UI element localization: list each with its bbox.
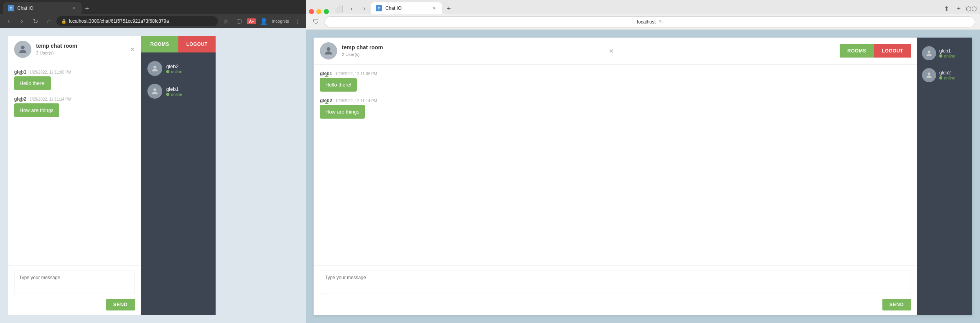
right-page-content: temp chat room 2 User(s) ✕ ROOMS LOGOUT … — [306, 30, 980, 323]
sidebar-avatar-gleb1 — [147, 84, 162, 99]
right-tl-yellow[interactable] — [316, 9, 321, 14]
send-btn-row-right: SEND — [320, 299, 911, 310]
right-status-text-gleb2: online — [944, 76, 955, 80]
right-status-dot-gleb1 — [939, 54, 942, 58]
message-bubble-right-2: How are things — [320, 105, 365, 119]
sidebar-user-gleb1[interactable]: gleb1 online — [146, 80, 211, 103]
room-users-count: 2 User(s) — [36, 51, 54, 55]
left-address-text: localhost:3000/chat/61f5751cc921a73f68fc… — [69, 18, 169, 24]
room-name-right: temp chat room — [342, 44, 383, 51]
right-reload-icon[interactable]: ↻ — [659, 19, 663, 25]
right-users-sidebar: gleb1 online gleb2 — [917, 38, 972, 315]
messages-area-right: gleb1 1/29/2022, 12:11:06 PM Hello there… — [314, 65, 917, 265]
right-sidebar-user-gleb2[interactable]: gleb2 online — [920, 64, 969, 86]
tab-title: Chat IO — [17, 5, 33, 11]
new-tab-button[interactable]: + — [82, 3, 93, 14]
right-browser-window: ⬜ ‹ › C Chat IO ✕ + ⬆ + ⬡⬡ 🛡 localhost ↻ — [306, 0, 980, 323]
sidebar-username-gleb1: gleb1 — [166, 86, 182, 92]
right-share-button[interactable]: ⬆ — [941, 3, 952, 14]
profile-button[interactable]: 👤 — [258, 16, 269, 27]
forward-button[interactable]: › — [16, 16, 27, 27]
messages-area-left: gleb1 1/29/2022, 12:11:06 PM Hello there… — [8, 63, 141, 265]
left-page-content: temp chat room 2 User(s) ✕ gleb1 1/29/20… — [0, 28, 306, 323]
active-tab[interactable]: C Chat IO ✕ — [3, 2, 82, 14]
room-users-count-right: 2 User(s) — [342, 52, 359, 57]
logout-button-left[interactable]: LOGOUT — [178, 36, 216, 52]
chat-input-area-right: SEND — [314, 265, 917, 315]
refresh-button[interactable]: ↻ — [30, 16, 41, 27]
send-button-right[interactable]: SEND — [882, 299, 911, 310]
menu-button[interactable]: ⋮ — [292, 16, 303, 27]
right-extensions-button[interactable]: ⬡⬡ — [966, 3, 977, 14]
sidebar-user-info-gleb2: gleb2 online — [166, 63, 182, 74]
right-address-input[interactable]: localhost ↻ — [325, 16, 975, 27]
right-add-button[interactable]: + — [953, 3, 964, 14]
right-traffic-lights — [309, 9, 329, 14]
room-name: temp chat room — [36, 43, 77, 49]
svg-point-0 — [21, 46, 24, 49]
sidebar-avatar-gleb2 — [147, 61, 162, 76]
sidebar-status-gleb1: online — [166, 92, 182, 97]
room-avatar-right — [320, 42, 337, 60]
message-meta-1: gleb1 1/29/2022, 12:11:06 PM — [14, 69, 135, 75]
message-bubble-2: How are things — [14, 103, 59, 117]
right-sidebar-toggle[interactable]: ⬜ — [334, 3, 345, 14]
right-tl-red[interactable] — [309, 9, 314, 14]
extensions-button[interactable]: ⬡ — [234, 16, 245, 27]
message-group-2: gleb2 1/29/2022, 12:11:14 PM How are thi… — [14, 96, 135, 117]
right-sidebar-info-gleb2: gleb2 online — [939, 70, 955, 80]
right-tab-close[interactable]: ✕ — [431, 5, 437, 11]
message-meta-right-1: gleb1 1/29/2022, 12:11:06 PM — [320, 71, 911, 76]
right-status-text-gleb1: online — [944, 54, 955, 58]
left-tab-bar: C Chat IO ✕ + — [0, 0, 306, 14]
right-tl-green[interactable] — [324, 9, 329, 14]
home-button[interactable]: ⌂ — [43, 16, 54, 27]
message-input-right[interactable] — [320, 271, 911, 294]
logout-button-right[interactable]: LOGOUT — [874, 44, 911, 58]
sidebar-users-list: gleb2 online gleb1 — [141, 52, 216, 315]
right-status-dot-gleb2 — [939, 76, 942, 79]
status-text-gleb2: online — [171, 69, 182, 74]
sidebar-panel-left: ROOMS LOGOUT gleb2 online — [141, 36, 216, 315]
close-button[interactable]: ✕ — [130, 46, 135, 53]
sidebar-user-info-gleb1: gleb1 online — [166, 86, 182, 97]
message-group-right-2: gleb2 1/29/2022, 12:11:14 PM How are thi… — [320, 98, 911, 119]
message-group-right-1: gleb1 1/29/2022, 12:11:06 PM Hello there… — [320, 71, 911, 92]
svg-point-5 — [928, 72, 931, 75]
rooms-button-left[interactable]: ROOMS — [141, 36, 178, 52]
right-shield-button[interactable]: 🛡 — [310, 16, 321, 27]
left-address-input[interactable]: 🔒 localhost:3000/chat/61f5751cc921a73f68… — [56, 16, 218, 26]
right-address-text: localhost — [637, 19, 655, 25]
bookmark-button[interactable]: ☆ — [220, 16, 231, 27]
close-button-right[interactable]: ✕ — [609, 47, 614, 55]
sidebar-user-gleb2[interactable]: gleb2 online — [146, 57, 211, 80]
svg-point-1 — [153, 66, 156, 69]
message-time-right-2: 1/29/2022, 12:11:14 PM — [335, 99, 377, 103]
back-button[interactable]: ‹ — [3, 16, 14, 27]
svg-point-3 — [327, 47, 330, 51]
message-bubble-1: Hello there! — [14, 76, 51, 90]
right-new-tab-button[interactable]: + — [443, 3, 454, 14]
message-meta-2: gleb2 1/29/2022, 12:11:14 PM — [14, 96, 135, 102]
rooms-button-right[interactable]: ROOMS — [840, 44, 874, 58]
right-sidebar-name-gleb2: gleb2 — [939, 70, 955, 76]
tab-favicon: C — [8, 5, 14, 11]
incognito-label: Incognito — [272, 19, 289, 23]
send-btn-row-left: SEND — [14, 299, 135, 310]
right-sidebar-info-gleb1: gleb1 online — [939, 48, 955, 58]
sidebar-buttons: ROOMS LOGOUT — [141, 36, 216, 52]
message-input-left[interactable] — [14, 271, 135, 294]
right-tab-title: Chat IO — [385, 5, 401, 11]
right-sidebar-status-gleb2: online — [939, 76, 955, 80]
room-info: temp chat room 2 User(s) — [36, 43, 77, 56]
right-forward-button[interactable]: › — [359, 3, 370, 14]
message-time-1: 1/29/2022, 12:11:06 PM — [29, 70, 71, 74]
right-sidebar-avatar-gleb1 — [922, 46, 936, 60]
tab-close-button[interactable]: ✕ — [71, 5, 77, 11]
send-button-left[interactable]: SEND — [106, 299, 135, 310]
message-bubble-right-1: Hello there! — [320, 78, 357, 92]
status-dot-gleb1 — [166, 93, 169, 96]
right-sidebar-user-gleb1[interactable]: gleb1 online — [920, 42, 969, 64]
right-active-tab[interactable]: C Chat IO ✕ — [371, 2, 442, 14]
right-back-button[interactable]: ‹ — [346, 3, 357, 14]
